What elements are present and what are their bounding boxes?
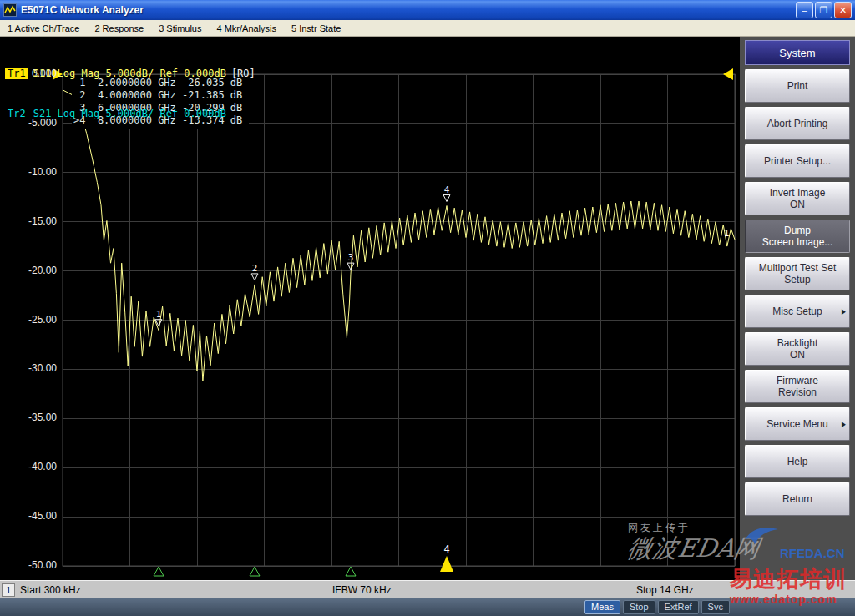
- trace1-end-label: 1: [724, 228, 730, 239]
- start-frequency-label: Start 300 kHz: [20, 584, 81, 596]
- menu-bar: 1 Active Ch/Trace2 Response3 Stimulus4 M…: [0, 20, 855, 37]
- restore-button[interactable]: ❐: [815, 2, 832, 18]
- softkey-menu-title: System: [745, 40, 850, 65]
- menu-item-5-instr-state[interactable]: 5 Instr State: [284, 21, 348, 36]
- trace2-label[interactable]: Tr2: [5, 108, 28, 119]
- instrument-screen: 112344 0.000-5.000-10.00-15.00-20.00-25.…: [0, 37, 855, 580]
- softkey-state: Revision: [778, 386, 817, 398]
- softkey-help[interactable]: Help: [745, 445, 850, 478]
- softkey-multiport-test-set[interactable]: Multiport Test SetSetup: [745, 257, 850, 290]
- marker-stimulus-triangle: [250, 567, 260, 576]
- softkey-invert-image[interactable]: Invert ImageON: [745, 182, 850, 215]
- softkey-label: Invert Image: [770, 187, 826, 199]
- trace1-cal-status: [RO]: [231, 68, 255, 79]
- active-marker-stimulus-label: 4: [443, 543, 449, 555]
- trace-status-lines: Tr1S11 Log Mag 5.000dB/ Ref 0.000dB[RO] …: [5, 40, 255, 147]
- y-axis-label: -35.00: [0, 412, 57, 423]
- trace1-label[interactable]: Tr1: [5, 68, 28, 79]
- menu-item-3-stimulus[interactable]: 3 Stimulus: [151, 21, 209, 36]
- softkey-label: Firmware: [777, 375, 818, 386]
- menu-item-1-active-ch-trace[interactable]: 1 Active Ch/Trace: [0, 21, 87, 36]
- softkey-label: Dump: [784, 225, 811, 236]
- trace2-settings: S21 Log Mag 5.000dB/ Ref 0.000dB: [33, 108, 226, 119]
- svg-text:2: 2: [252, 263, 258, 274]
- channel-number: 1: [2, 583, 15, 597]
- title-bar[interactable]: E5071C Network Analyzer – ❐ ✕: [0, 0, 855, 20]
- measurement-display: 112344 0.000-5.000-10.00-15.00-20.00-25.…: [0, 37, 740, 580]
- y-axis-label: -25.00: [0, 314, 57, 326]
- status-chip-meas: Meas: [584, 600, 620, 614]
- ref-triangle-right: [723, 68, 733, 80]
- softkey-return[interactable]: Return: [745, 482, 850, 516]
- submenu-arrow-icon: ▶: [842, 418, 846, 430]
- softkey-label: Backlight: [777, 337, 818, 349]
- softkey-state: ON: [790, 349, 805, 361]
- y-axis-label: -45.00: [0, 510, 57, 522]
- svg-text:3: 3: [348, 252, 354, 263]
- marker-2[interactable]: 2: [251, 263, 258, 280]
- marker-4[interactable]: 4: [443, 184, 450, 202]
- softkey-panel: System PrintAbort PrintingPrinter Setup.…: [740, 37, 855, 580]
- softkey-label: Printer Setup...: [764, 155, 831, 167]
- app-icon: [3, 3, 17, 17]
- stimulus-status-bar: 1 Start 300 kHz IFBW 70 kHz Stop 14 GHz: [0, 580, 855, 598]
- trace1-settings: S11 Log Mag 5.000dB/ Ref 0.000dB: [33, 68, 226, 79]
- stop-frequency-label: Stop 14 GHz: [636, 584, 694, 596]
- softkey-label: Misc Setup: [772, 305, 822, 317]
- softkey-state: ON: [790, 199, 805, 210]
- status-chip-extref: ExtRef: [658, 600, 699, 614]
- softkey-abort-printing[interactable]: Abort Printing: [745, 107, 850, 140]
- marker-3[interactable]: 3: [347, 252, 354, 270]
- softkey-list: PrintAbort PrintingPrinter Setup...Inver…: [745, 69, 850, 516]
- softkey-label: Help: [787, 456, 808, 467]
- minimize-button[interactable]: –: [796, 2, 813, 18]
- softkey-state: Screen Image...: [762, 236, 833, 248]
- softkey-label: Service Menu: [766, 418, 827, 430]
- status-chip-svc: Svc: [701, 600, 730, 614]
- y-axis-label: -50.00: [0, 559, 57, 571]
- close-button[interactable]: ✕: [834, 2, 852, 18]
- softkey-firmware[interactable]: FirmwareRevision: [745, 370, 850, 403]
- softkey-dump[interactable]: DumpScreen Image...: [745, 220, 850, 253]
- marker-stimulus-triangle: [154, 567, 164, 576]
- active-marker-stimulus-triangle: [440, 556, 453, 572]
- y-axis-label: -15.00: [0, 215, 57, 227]
- y-axis-label: -10.00: [0, 166, 57, 178]
- marker-stimulus-triangle: [346, 567, 356, 576]
- instrument-status-bar: MeasStopExtRefSvc: [0, 598, 855, 616]
- trace1-status: Tr1S11 Log Mag 5.000dB/ Ref 0.000dB[RO]: [5, 67, 255, 80]
- submenu-arrow-icon: ▶: [842, 305, 846, 317]
- svg-text:4: 4: [444, 184, 450, 195]
- y-axis-label: -20.00: [0, 265, 57, 276]
- window-title: E5071C Network Analyzer: [21, 4, 794, 16]
- y-axis-label: -30.00: [0, 362, 57, 374]
- softkey-print[interactable]: Print: [745, 69, 850, 103]
- y-axis-label: -40.00: [0, 461, 57, 472]
- softkey-label: Print: [787, 80, 808, 92]
- softkey-label: Multiport Test Set: [759, 262, 836, 274]
- status-chip-stop: Stop: [623, 600, 655, 614]
- softkey-printer-setup-[interactable]: Printer Setup...: [745, 144, 850, 178]
- softkey-label: Return: [782, 493, 812, 505]
- softkey-service-menu[interactable]: Service Menu▶: [745, 407, 850, 441]
- trace2-status: Tr2S21 Log Mag 5.000dB/ Ref 0.000dB: [5, 107, 255, 120]
- softkey-backlight[interactable]: BacklightON: [745, 332, 850, 366]
- softkey-misc-setup[interactable]: Misc Setup▶: [745, 295, 850, 328]
- softkey-label: Abort Printing: [767, 118, 828, 129]
- ifbw-label: IFBW 70 kHz: [332, 584, 392, 596]
- svg-text:1: 1: [156, 309, 162, 320]
- status-chip-group: MeasStopExtRefSvc: [584, 600, 730, 614]
- softkey-state: Setup: [784, 274, 810, 285]
- menu-item-4-mkr-analysis[interactable]: 4 Mkr/Analysis: [209, 21, 284, 36]
- menu-item-2-response[interactable]: 2 Response: [87, 21, 151, 36]
